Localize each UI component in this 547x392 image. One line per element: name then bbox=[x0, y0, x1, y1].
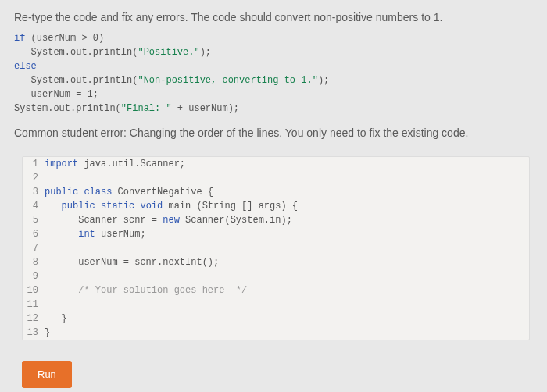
code-line[interactable]: Scanner scnr = new Scanner(System.in); bbox=[45, 213, 529, 227]
code-token: } bbox=[45, 327, 50, 338]
sample-kw: if bbox=[14, 33, 25, 44]
sample-text: System.out.println( bbox=[14, 75, 138, 86]
sample-text: ); bbox=[318, 75, 329, 86]
sample-str: "Final: " bbox=[121, 103, 172, 114]
code-token: userNum; bbox=[95, 229, 146, 240]
code-token bbox=[45, 285, 78, 296]
code-editor[interactable]: 1import java.util.Scanner;23public class… bbox=[22, 156, 530, 340]
line-number: 4 bbox=[23, 199, 45, 213]
editor-row: 7 bbox=[23, 241, 529, 255]
editor-row: 2 bbox=[23, 171, 529, 185]
line-number: 11 bbox=[23, 298, 45, 312]
line-number: 12 bbox=[23, 312, 45, 326]
sample-str: "Positive." bbox=[138, 47, 199, 58]
code-line[interactable]: } bbox=[45, 312, 529, 326]
editor-row: 11 bbox=[23, 298, 529, 312]
sample-text: + userNum); bbox=[172, 103, 239, 114]
code-token: import bbox=[45, 159, 78, 169]
code-token: new bbox=[163, 215, 180, 226]
sample-str: "Non-positive, converting to 1." bbox=[138, 75, 317, 86]
line-number: 10 bbox=[23, 283, 45, 298]
line-number: 7 bbox=[23, 241, 45, 255]
line-number: 13 bbox=[23, 326, 45, 340]
code-token: main (String [] args) { bbox=[163, 201, 298, 212]
line-number: 1 bbox=[23, 157, 45, 171]
line-number: 3 bbox=[23, 185, 45, 199]
code-token: ConvertNegative { bbox=[112, 187, 213, 198]
editor-row: 3public class ConvertNegative { bbox=[23, 185, 529, 199]
sample-text: ); bbox=[200, 47, 211, 58]
code-token bbox=[45, 201, 62, 212]
line-number: 8 bbox=[23, 255, 45, 269]
line-number: 9 bbox=[23, 269, 45, 283]
code-token: Scanner scnr = bbox=[45, 215, 163, 226]
code-token: int bbox=[78, 229, 95, 240]
code-line[interactable]: } bbox=[45, 326, 529, 340]
run-button[interactable]: Run bbox=[22, 361, 72, 388]
editor-row: 6 int userNum; bbox=[23, 227, 529, 241]
code-line[interactable]: public class ConvertNegative { bbox=[45, 185, 529, 199]
sample-text: System.out.println( bbox=[14, 103, 121, 114]
editor-row: 9 bbox=[23, 269, 529, 283]
editor-row: 12 } bbox=[23, 312, 529, 326]
code-token: Scanner(System.in); bbox=[180, 215, 292, 226]
editor-row: 1import java.util.Scanner; bbox=[23, 157, 529, 171]
sample-text: (userNum > 0) bbox=[25, 33, 104, 44]
editor-row: 10 /* Your solution goes here */ bbox=[23, 283, 529, 298]
code-token: public class bbox=[45, 187, 112, 198]
code-line[interactable]: userNum = scnr.nextInt(); bbox=[45, 255, 529, 269]
editor-row: 8 userNum = scnr.nextInt(); bbox=[23, 255, 529, 269]
line-number: 6 bbox=[23, 227, 45, 241]
code-token: java.util.Scanner; bbox=[78, 159, 185, 169]
sample-text: userNum = 1; bbox=[14, 89, 98, 100]
editor-row: 13} bbox=[23, 326, 529, 340]
code-token: /* Your solution goes here */ bbox=[78, 285, 247, 296]
code-token bbox=[45, 229, 78, 240]
code-line[interactable]: import java.util.Scanner; bbox=[45, 157, 529, 171]
line-number: 2 bbox=[23, 171, 45, 185]
code-token: } bbox=[45, 313, 67, 324]
code-token: public static void bbox=[62, 201, 163, 212]
code-line[interactable]: /* Your solution goes here */ bbox=[45, 283, 529, 298]
sample-kw: else bbox=[14, 61, 37, 72]
code-line[interactable]: int userNum; bbox=[45, 227, 529, 241]
instruction-text: Re-type the code and fix any errors. The… bbox=[14, 11, 533, 23]
editor-row: 5 Scanner scnr = new Scanner(System.in); bbox=[23, 213, 529, 227]
sample-text: System.out.println( bbox=[14, 47, 138, 58]
code-line[interactable] bbox=[45, 171, 529, 185]
code-sample: if (userNum > 0) System.out.println("Pos… bbox=[14, 31, 533, 116]
code-token: userNum = scnr.nextInt(); bbox=[45, 257, 219, 268]
code-line[interactable] bbox=[45, 241, 529, 255]
code-line[interactable] bbox=[45, 269, 529, 283]
code-line[interactable]: public static void main (String [] args)… bbox=[45, 199, 529, 213]
line-number: 5 bbox=[23, 213, 45, 227]
editor-row: 4 public static void main (String [] arg… bbox=[23, 199, 529, 213]
code-line[interactable] bbox=[45, 298, 529, 312]
common-error-text: Common student error: Changing the order… bbox=[14, 127, 533, 139]
